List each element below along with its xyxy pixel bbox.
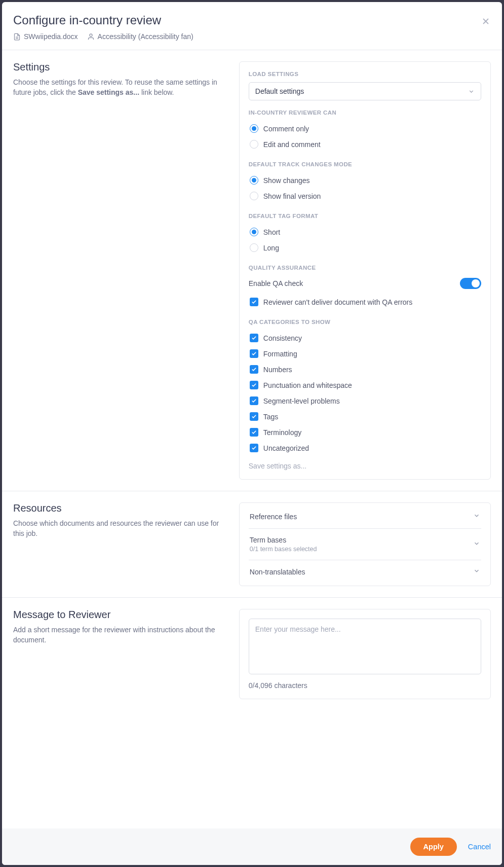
resources-panel: Reference filesTerm bases0/1 term bases … [239, 502, 491, 586]
qa-label: QUALITY ASSURANCE [249, 265, 481, 271]
qa-category-row[interactable]: Uncategorized [249, 440, 481, 456]
radio-icon [250, 176, 258, 185]
checkbox-icon [250, 444, 258, 452]
qa-category-row[interactable]: Consistency [249, 330, 481, 346]
tag-format-option[interactable]: Long [249, 240, 481, 256]
reviewer-can-option[interactable]: Edit and comment [249, 136, 481, 152]
qa-category-row[interactable]: Numbers [249, 362, 481, 377]
checkbox-icon [250, 349, 258, 358]
modal-footer: Apply Cancel [2, 828, 502, 865]
meta-filename: SWwiipedia.docx [13, 32, 78, 41]
qa-category-label: Punctuation and whitespace [263, 381, 352, 389]
tag-format-label: Long [263, 244, 279, 252]
message-title: Message to Reviewer [13, 609, 223, 621]
accordion-head: Non-translatables [250, 567, 480, 576]
settings-desc: Choose the settings for this review. To … [13, 77, 223, 98]
checkbox-icon [250, 334, 258, 342]
radio-icon [250, 243, 258, 252]
message-char-count: 0/4,096 characters [249, 681, 481, 690]
qa-cats-list: ConsistencyFormattingNumbersPunctuation … [249, 330, 481, 456]
settings-title: Settings [13, 61, 223, 73]
message-section: Message to Reviewer Add a short message … [2, 598, 502, 710]
radio-icon [250, 124, 258, 133]
qa-cats-label: QA CATEGORIES TO SHOW [249, 319, 481, 325]
settings-panel-wrap: LOAD SETTINGS Default settings IN-COUNTR… [239, 61, 491, 480]
chevron-down-icon [473, 512, 480, 521]
reviewer-can-option[interactable]: Comment only [249, 121, 481, 136]
resource-accordion-item[interactable]: Term bases0/1 term bases selected [249, 529, 481, 560]
tag-format-label: Short [263, 228, 280, 236]
tag-format-list: ShortLong [249, 224, 481, 256]
qa-category-row[interactable]: Formatting [249, 346, 481, 362]
qa-category-label: Consistency [263, 334, 302, 342]
modal: Configure in-country review SWwiipedia.d… [2, 2, 502, 865]
qa-category-row[interactable]: Segment-level problems [249, 393, 481, 409]
cancel-button[interactable]: Cancel [468, 843, 491, 851]
reviewer-can-label: Comment only [263, 125, 309, 133]
load-settings-label: LOAD SETTINGS [249, 71, 481, 77]
filename-text: SWwiipedia.docx [24, 32, 78, 41]
qa-category-label: Formatting [263, 350, 297, 358]
accordion-title: Term bases [250, 536, 317, 544]
checkbox-icon [250, 396, 258, 405]
accordion-title: Non-translatables [250, 568, 305, 576]
modal-body: Settings Choose the settings for this re… [2, 50, 502, 828]
qa-enable-toggle[interactable] [460, 278, 481, 289]
document-icon [13, 33, 21, 41]
track-changes-option[interactable]: Show final version [249, 188, 481, 204]
svg-point-2 [90, 33, 92, 36]
meta-row: SWwiipedia.docx Accessibility (Accessibi… [13, 32, 491, 41]
qa-category-label: Terminology [263, 428, 301, 437]
radio-icon [250, 140, 258, 149]
qa-category-row[interactable]: Tags [249, 409, 481, 424]
qa-category-row[interactable]: Terminology [249, 424, 481, 440]
load-settings-value: Default settings [255, 87, 304, 95]
message-info: Message to Reviewer Add a short message … [13, 609, 228, 699]
message-panel: 0/4,096 characters [239, 609, 491, 699]
reviewer-can-list: Comment onlyEdit and comment [249, 121, 481, 152]
chevron-down-icon [473, 540, 480, 549]
settings-panel: LOAD SETTINGS Default settings IN-COUNTR… [239, 61, 491, 480]
resources-panel-wrap: Reference filesTerm bases0/1 term bases … [239, 502, 491, 586]
qa-category-row[interactable]: Punctuation and whitespace [249, 377, 481, 393]
resources-section: Resources Choose which documents and res… [2, 491, 502, 598]
chevron-down-icon [468, 88, 475, 95]
qa-enable-row: Enable QA check [249, 276, 481, 294]
track-changes-option[interactable]: Show changes [249, 172, 481, 188]
qa-category-label: Segment-level problems [263, 397, 340, 405]
tag-format-label: DEFAULT TAG FORMAT [249, 213, 481, 219]
checkbox-icon [250, 381, 258, 389]
accordion-head: Reference files [250, 512, 480, 521]
accordion-title: Reference files [250, 513, 297, 521]
qa-category-label: Uncategorized [263, 444, 309, 452]
checkbox-icon [250, 428, 258, 437]
apply-button[interactable]: Apply [410, 838, 457, 856]
qa-block-label: Reviewer can't deliver document with QA … [263, 298, 412, 306]
qa-block-row[interactable]: Reviewer can't deliver document with QA … [249, 294, 481, 310]
resource-accordion-item[interactable]: Reference files [249, 505, 481, 529]
checkbox-icon [250, 412, 258, 421]
accordion-sub: 0/1 term bases selected [250, 546, 317, 553]
tag-format-option[interactable]: Short [249, 224, 481, 240]
checkbox-icon [250, 365, 258, 374]
assignee-text: Accessibility (Accessibility fan) [98, 32, 193, 41]
load-settings-select[interactable]: Default settings [249, 82, 481, 100]
message-textarea[interactable] [249, 619, 481, 674]
radio-icon [250, 228, 258, 236]
qa-category-label: Numbers [263, 366, 292, 374]
chevron-down-icon [473, 567, 480, 576]
resources-info: Resources Choose which documents and res… [13, 502, 228, 586]
resources-desc: Choose which documents and resources the… [13, 518, 223, 539]
resource-accordion-item[interactable]: Non-translatables [249, 560, 481, 584]
message-desc: Add a short message for the reviewer wit… [13, 625, 223, 645]
user-icon [87, 33, 95, 41]
close-icon [481, 16, 491, 26]
accordion-head: Term bases0/1 term bases selected [250, 536, 480, 553]
close-button[interactable] [481, 16, 491, 26]
track-changes-label: Show changes [263, 176, 310, 185]
track-changes-label: DEFAULT TRACK CHANGES MODE [249, 161, 481, 167]
track-changes-label: Show final version [263, 192, 321, 200]
message-panel-wrap: 0/4,096 characters [239, 609, 491, 699]
radio-icon [250, 192, 258, 200]
save-settings-link[interactable]: Save settings as... [249, 456, 481, 470]
